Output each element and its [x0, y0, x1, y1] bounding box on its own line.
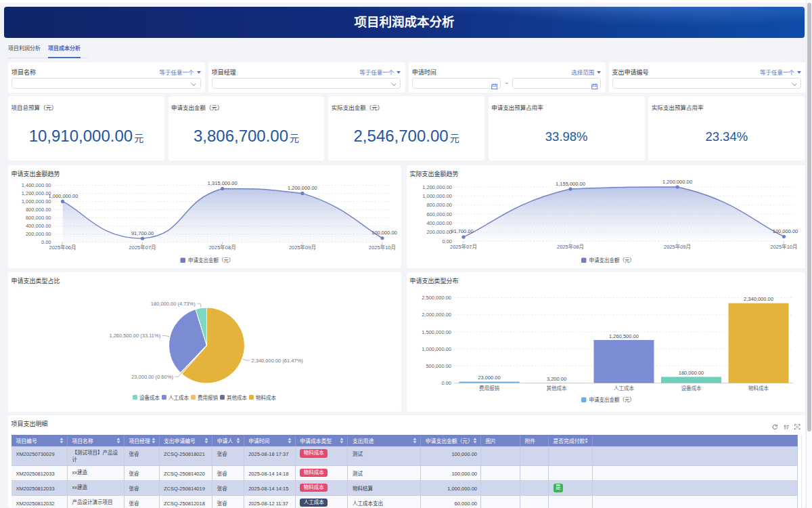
svg-text:2025年07月: 2025年07月: [450, 243, 477, 250]
svg-text:2025年07月: 2025年07月: [129, 244, 156, 251]
svg-text:23,000.00 (0.60%): 23,000.00 (0.60%): [131, 374, 173, 380]
svg-text:申请支出金额（元）: 申请支出金额（元）: [589, 257, 635, 263]
svg-text:其他成本: 其他成本: [227, 394, 247, 401]
svg-text:1,155,000.00: 1,155,000.00: [556, 181, 585, 187]
svg-text:2,000,000.00: 2,000,000.00: [422, 312, 451, 318]
svg-text:100,000.00: 100,000.00: [773, 228, 798, 234]
svg-text:1,200,000.00: 1,200,000.00: [288, 185, 317, 191]
svg-text:申请支出金额（元）: 申请支出金额（元）: [188, 257, 234, 263]
svg-text:200,000.00: 200,000.00: [26, 231, 51, 237]
svg-text:人工成本: 人工成本: [168, 394, 189, 401]
svg-text:1,260,500.00: 1,260,500.00: [609, 333, 639, 339]
svg-text:2,500,000.00: 2,500,000.00: [422, 295, 451, 301]
svg-text:200,000.00: 200,000.00: [426, 229, 452, 235]
svg-text:2,340,000.00 (61.47%): 2,340,000.00 (61.47%): [252, 358, 304, 364]
svg-text:设备成本: 设备成本: [681, 385, 702, 391]
svg-text:3,200.00: 3,200.00: [547, 376, 566, 382]
svg-text:1,315,000.00: 1,315,000.00: [208, 180, 238, 186]
svg-text:0.00: 0.00: [441, 380, 451, 386]
svg-text:400,000.00: 400,000.00: [426, 220, 452, 226]
svg-text:1,400,000.00: 1,400,000.00: [22, 182, 51, 188]
svg-text:费用报销: 费用报销: [198, 394, 218, 401]
svg-text:1,000,000.00: 1,000,000.00: [422, 193, 452, 199]
svg-text:2025年08月: 2025年08月: [557, 243, 584, 250]
svg-text:1,500,000.00: 1,500,000.00: [422, 329, 451, 335]
svg-text:1,200,000.00: 1,200,000.00: [22, 190, 51, 196]
svg-text:500,000.00: 500,000.00: [426, 363, 451, 369]
svg-text:2025年09月: 2025年09月: [664, 243, 691, 250]
svg-text:人工成本: 人工成本: [614, 385, 634, 391]
svg-text:1,200,000.00: 1,200,000.00: [422, 184, 452, 190]
svg-text:800,000.00: 800,000.00: [426, 202, 452, 208]
svg-text:180,000.00: 180,000.00: [679, 370, 704, 376]
svg-text:400,000.00: 400,000.00: [26, 223, 51, 229]
svg-text:180,000.00 (4.73%): 180,000.00 (4.73%): [151, 301, 196, 307]
svg-text:100,000.00: 100,000.00: [371, 230, 397, 236]
svg-text:23,000.00: 23,000.00: [478, 375, 500, 381]
svg-text:1,000,000.00: 1,000,000.00: [422, 346, 451, 352]
svg-text:2,340,000.00: 2,340,000.00: [744, 296, 773, 302]
svg-text:600,000.00: 600,000.00: [26, 215, 51, 221]
svg-text:91,700.00: 91,700.00: [131, 230, 154, 236]
svg-text:91,700.00: 91,700.00: [451, 228, 473, 234]
svg-text:2025年06月: 2025年06月: [49, 244, 76, 251]
svg-text:申请支出金额（元）: 申请支出金额（元）: [589, 396, 635, 403]
svg-text:2025年09月: 2025年09月: [289, 244, 316, 251]
svg-text:其他成本: 其他成本: [547, 385, 567, 391]
svg-text:物料成本: 物料成本: [256, 394, 276, 401]
svg-text:1,000,000.00: 1,000,000.00: [22, 198, 51, 205]
svg-text:800,000.00: 800,000.00: [26, 207, 51, 213]
svg-text:1,000,000.00: 1,000,000.00: [49, 193, 78, 199]
svg-text:2025年08月: 2025年08月: [209, 244, 236, 251]
svg-text:2025年10月: 2025年10月: [369, 244, 396, 251]
svg-text:1,200,000.00: 1,200,000.00: [662, 179, 692, 185]
svg-text:设备成本: 设备成本: [139, 394, 160, 401]
svg-text:2025年10月: 2025年10月: [770, 243, 797, 250]
svg-text:物料成本: 物料成本: [748, 385, 769, 391]
svg-text:费用报销: 费用报销: [479, 385, 499, 391]
svg-text:1,260,500.00 (33.11%): 1,260,500.00 (33.11%): [109, 333, 160, 339]
svg-text:600,000.00: 600,000.00: [426, 211, 452, 217]
